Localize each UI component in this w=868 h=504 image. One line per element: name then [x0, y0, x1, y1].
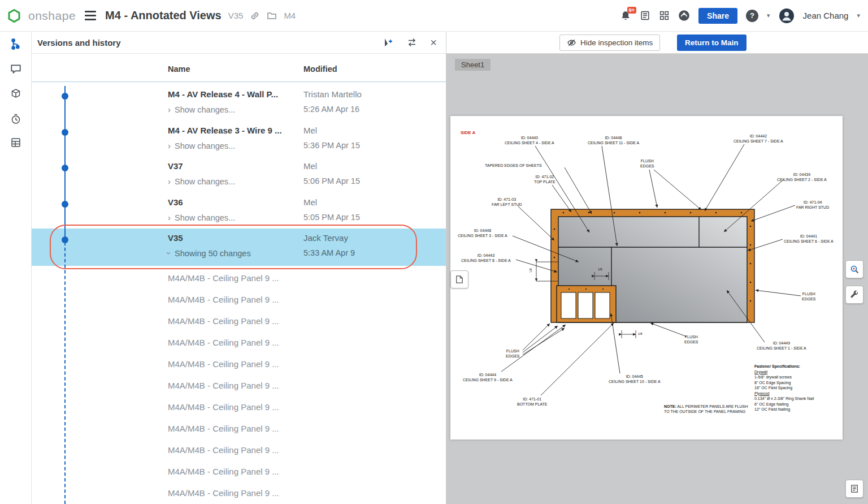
change-row[interactable]: M4A/M4B - Ceiling Panel 9 ... [32, 354, 446, 375]
fastener-specifications: Fastener Specifications: Drywall 1-5/8" … [754, 364, 814, 412]
app-header: onshape M4 - Annotated Views V35 M4 9+ S… [0, 0, 868, 32]
drawing-note: NOTE: ALL PERIMETER PANELS ARE FLUSH TO … [664, 404, 750, 414]
versions-panel: Versions and history × Name Modified M4 … [32, 32, 446, 504]
side-a-label: SIDE A [461, 130, 475, 135]
version-name: M4 - AV Release 3 - Wire 9 ... [168, 126, 282, 135]
show-changes-link[interactable]: ›Show changes... [168, 105, 235, 114]
document-version-label: V35 [228, 11, 244, 20]
parts-icon[interactable] [5, 83, 27, 105]
column-header-name: Name [168, 64, 190, 74]
callout-tapered-edges: TAPERED EDGES OF SHEETS [485, 163, 542, 169]
change-row[interactable]: M4A/M4B - Ceiling Panel 9 ... [32, 483, 446, 504]
comments-icon[interactable] [5, 58, 27, 80]
change-row[interactable]: M4A/M4B - Ceiling Panel 9 ... [32, 375, 446, 397]
hide-inspection-button[interactable]: Hide inspection items [559, 35, 660, 51]
version-time: 5:36 PM Apr 15 [303, 141, 360, 150]
version-time: 5:05 PM Apr 15 [303, 213, 360, 222]
version-author: Mel [303, 126, 317, 135]
user-name[interactable]: Jean Chang [803, 11, 849, 20]
versions-panel-header: Versions and history × [32, 32, 446, 54]
brand-wordmark: onshape [28, 9, 76, 23]
version-author: Mel [303, 161, 317, 171]
tools-button[interactable] [845, 286, 863, 304]
chevron-right-icon: › [168, 176, 171, 186]
callout-flush-edges-right: FLUSHEDGES [802, 292, 816, 301]
drawing-toolbar: Hide inspection items Return to Main [446, 32, 868, 54]
showing-changes-link[interactable]: ›Showing 50 changes [168, 248, 251, 258]
user-caret-icon[interactable]: ▾ [857, 12, 860, 19]
avatar[interactable] [779, 8, 795, 24]
help-caret-icon[interactable]: ▾ [767, 12, 770, 19]
callout-04445: ID: 04445CEILING SHEET 10 - SIDE A [609, 374, 661, 384]
compare-versions-icon[interactable] [406, 37, 418, 48]
timeline-dot [62, 93, 68, 100]
timeline-dot [62, 201, 68, 208]
callout-flush-edges-top: FLUSHEDGES [640, 159, 654, 169]
sheet-tab[interactable]: Sheet1 [455, 59, 491, 71]
change-row[interactable]: M4A/M4B - Ceiling Panel 9 ... [32, 332, 446, 354]
show-changes-link[interactable]: ›Show changes... [168, 141, 235, 150]
drawing-pane: Hide inspection items Return to Main She… [446, 32, 868, 504]
onshape-app: { "colors": { "accent_blue": "#1b61c9", … [0, 0, 868, 504]
callout-flush-edges-left: FLUSHEDGES [506, 349, 520, 359]
callout-04442: ID: 04442CEILING SHEET 7 - SIDE A [734, 134, 783, 144]
community-icon[interactable] [678, 10, 690, 21]
folder-label[interactable]: M4 [284, 11, 296, 20]
callout-04448: ID: 04448CEILING SHEET 3 - SIDE A [458, 229, 507, 238]
history-clock-icon[interactable] [5, 107, 27, 130]
show-changes-link[interactable]: ›Show changes... [168, 176, 235, 186]
chevron-right-icon: › [168, 141, 171, 150]
version-name: V35 [168, 233, 183, 243]
version-time: 5:06 PM Apr 15 [303, 176, 360, 186]
change-row[interactable]: M4A/M4B - Ceiling Panel 9 ... [32, 397, 446, 418]
dimension-value: 1/8 [598, 268, 602, 271]
bom-table-icon[interactable] [5, 131, 27, 154]
create-version-icon[interactable] [383, 37, 394, 48]
release-notes-icon[interactable] [640, 10, 650, 21]
drawing-canvas[interactable]: Sheet1 [446, 54, 868, 504]
folder-icon[interactable] [267, 11, 277, 20]
change-row[interactable]: M4A/M4B - Ceiling Panel 9 ... [32, 268, 446, 289]
callout-04440: ID: 04440CEILING SHEET 4 - SIDE A [505, 136, 554, 145]
return-to-main-button[interactable]: Return to Main [677, 35, 747, 51]
help-icon[interactable]: ? [746, 10, 758, 22]
change-row[interactable]: M4A/M4B - Ceiling Panel 9 ... [32, 311, 446, 332]
change-row[interactable]: M4A/M4B - Ceiling Panel 9 ... [32, 440, 446, 461]
change-row[interactable]: M4A/M4B - Ceiling Panel 9 ... [32, 461, 446, 483]
onshape-logo-icon[interactable] [7, 8, 21, 23]
version-row[interactable]: V37 Mel ›Show changes... 5:06 PM Apr 15 [32, 157, 446, 193]
dimension-value: 1/8 [529, 268, 532, 273]
notifications-bell-icon[interactable]: 9+ [620, 10, 631, 21]
sheet-settings-button[interactable] [845, 480, 863, 498]
show-changes-link[interactable]: ›Show changes... [168, 213, 235, 222]
panel-title: Versions and history [32, 38, 121, 48]
callout-04446: ID: 04446CEILING SHEET 11 - SIDE A [588, 136, 639, 145]
version-row[interactable]: M4 - AV Release 3 - Wire 9 ... Mel ›Show… [32, 121, 446, 157]
version-row-selected[interactable]: V35 Jack Tervay ›Showing 50 changes 5:33… [32, 229, 446, 266]
timeline-line-solid [64, 86, 66, 236]
link-icon[interactable] [250, 11, 260, 21]
share-button[interactable]: Share [698, 8, 737, 24]
version-time: 5:33 AM Apr 9 [303, 248, 355, 257]
version-row[interactable]: V36 Mel ›Show changes... 5:05 PM Apr 15 [32, 193, 446, 229]
close-panel-icon[interactable]: × [430, 37, 437, 48]
change-row[interactable]: M4A/M4B - Ceiling Panel 9 ... [32, 418, 446, 440]
menu-icon[interactable] [83, 8, 98, 23]
timeline-dot [62, 236, 68, 243]
timeline-dot [62, 165, 68, 171]
version-author: Jack Tervay [303, 233, 348, 243]
version-row[interactable]: M4 - AV Release 4 - Wall P... Tristan Ma… [32, 85, 446, 121]
column-header-modified: Modified [303, 64, 337, 74]
dimension-value: 1/8 [638, 332, 643, 335]
app-store-icon[interactable] [659, 10, 670, 21]
callout-04444: ID: 04444CEILING SHEET 9 - SIDE A [463, 373, 513, 382]
change-row[interactable]: M4A/M4B - Ceiling Panel 9 ... [32, 289, 446, 311]
callout-04441: ID: 04441CEILING SHEET 6 - SIDE A [784, 234, 834, 244]
versions-panel-icon[interactable] [5, 33, 27, 55]
sheet-flip-button[interactable] [450, 270, 468, 288]
callout-471-03: ID: 471-03FAR LEFT STUD [492, 197, 522, 207]
inspect-tool-button[interactable] [845, 260, 863, 278]
chevron-down-icon: › [164, 252, 174, 255]
wrench-icon [849, 290, 860, 300]
document-title: M4 - Annotated Views [105, 9, 222, 22]
